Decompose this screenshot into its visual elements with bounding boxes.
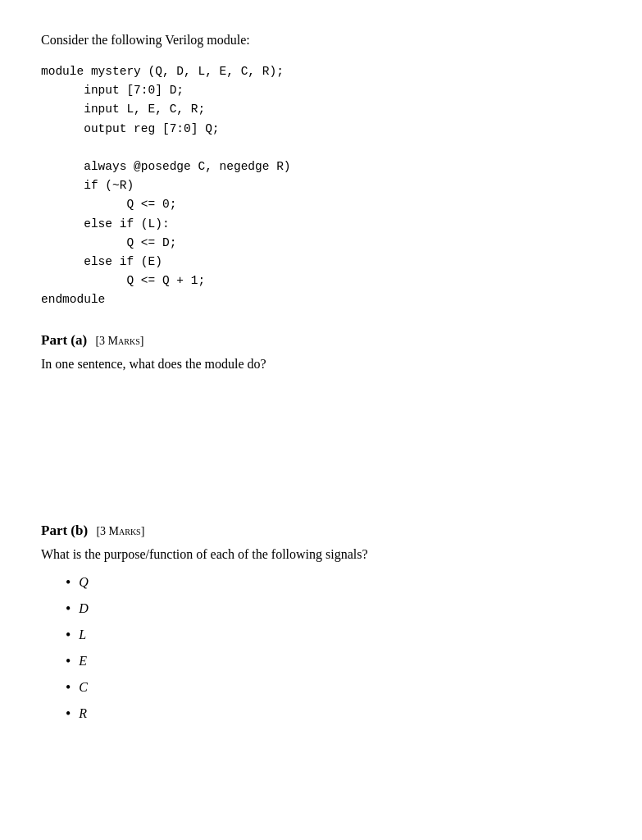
list-item: • R (66, 706, 601, 721)
code-line-2: input [7:0] D; (41, 81, 601, 100)
code-line-11: else if (E) (41, 253, 601, 272)
code-line-4: output reg [7:0] Q; (41, 120, 601, 139)
bullet-dot: • (66, 628, 71, 642)
code-line-13: endmodule (41, 290, 601, 309)
signal-c: C (79, 680, 88, 695)
part-b-label: Part (b) (41, 523, 88, 538)
part-a-heading: Part (a) [3 Marks] (41, 332, 601, 349)
part-a-marks: [3 Marks] (95, 335, 143, 347)
part-a-label: Part (a) (41, 332, 87, 348)
signals-list: • Q • D • L • E • C • R (66, 575, 601, 721)
signal-q: Q (79, 575, 89, 590)
bullet-dot: • (66, 575, 71, 590)
list-item: • E (66, 654, 601, 669)
part-a-question: In one sentence, what does the module do… (41, 357, 601, 372)
signal-r: R (79, 706, 87, 721)
list-item: • Q (66, 575, 601, 590)
signal-e: E (79, 654, 87, 669)
code-block: module mystery (Q, D, L, E, C, R); input… (41, 62, 601, 309)
part-b-heading: Part (b) [3 Marks] (41, 523, 601, 539)
code-line-12: Q <= Q + 1; (41, 272, 601, 290)
bullet-dot: • (66, 680, 71, 695)
code-line-10: Q <= D; (41, 234, 601, 253)
bullet-dot: • (66, 601, 71, 616)
part-a-answer-space (41, 383, 601, 514)
list-item: • L (66, 628, 601, 642)
bullet-dot: • (66, 706, 71, 721)
code-line-8: Q <= 0; (41, 195, 601, 214)
part-b-section: Part (b) [3 Marks] What is the purpose/f… (41, 523, 601, 721)
signal-l: L (79, 628, 86, 642)
list-item: • D (66, 601, 601, 616)
bullet-dot: • (66, 654, 71, 669)
part-b-question: What is the purpose/function of each of … (41, 547, 601, 562)
intro-text: Consider the following Verilog module: (41, 33, 601, 48)
part-a-section: Part (a) [3 Marks] In one sentence, what… (41, 332, 601, 514)
code-line-5 (41, 139, 601, 158)
code-line-6: always @posedge C, negedge R) (41, 158, 601, 176)
part-b-marks: [3 Marks] (96, 525, 144, 537)
code-line-3: input L, E, C, R; (41, 100, 601, 119)
code-line-1: module mystery (Q, D, L, E, C, R); (41, 62, 601, 81)
list-item: • C (66, 680, 601, 695)
code-line-9: else if (L): (41, 215, 601, 234)
code-line-7: if (~R) (41, 176, 601, 195)
signal-d: D (79, 601, 89, 616)
